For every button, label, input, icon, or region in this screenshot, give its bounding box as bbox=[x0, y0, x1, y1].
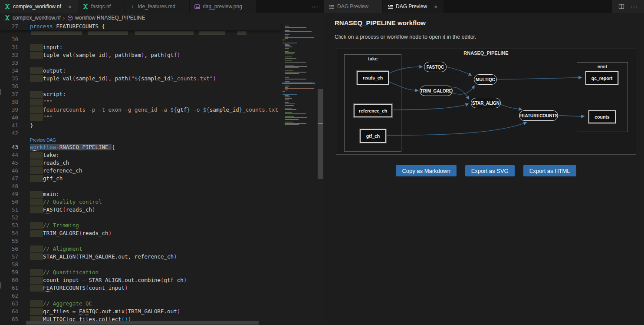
dag-node-TRIM_GALORE[interactable]: TRIM_GALORE bbox=[420, 86, 453, 96]
code-text: input: bbox=[30, 43, 62, 51]
nextflow-icon bbox=[82, 3, 89, 10]
export-as-svg-button[interactable]: Export as SVG bbox=[465, 165, 515, 176]
code-line[interactable]: 39 featureCounts -p -t exon -g gene_id -… bbox=[0, 106, 281, 114]
sticky-scroll-line[interactable]: 27process FEATURECOUNTS { bbox=[0, 23, 281, 30]
tab-label: DAG Preview bbox=[337, 3, 368, 10]
tab-label: ide_features.md bbox=[138, 3, 175, 10]
code-line[interactable]: 63 // Aggregate QC bbox=[0, 300, 281, 308]
codelens-preview-dag[interactable]: Preview DAG bbox=[0, 137, 281, 143]
copy-as-markdown-button[interactable]: Copy as Markdown bbox=[396, 165, 456, 176]
code-text: TRIM_GALORE(reads_ch) bbox=[30, 229, 112, 237]
dag-node-STAR_ALIGN[interactable]: STAR_ALIGN bbox=[471, 98, 501, 108]
line-number: 51 bbox=[0, 206, 18, 214]
tab-complex-workflow-nf[interactable]: complex_workflow.nf× bbox=[0, 0, 78, 13]
code-line[interactable]: 60 count_input = STAR_ALIGN.out.combine(… bbox=[0, 276, 281, 284]
breadcrumb[interactable]: complex_workflow.nf › workflow RNASEQ_PI… bbox=[0, 13, 324, 23]
code-line[interactable]: 36 bbox=[0, 83, 281, 90]
dag-diagram[interactable]: RNASEQ_PIPELINE takeemitreads_chreferenc… bbox=[336, 49, 636, 155]
code-line[interactable]: 56 // Alignment bbox=[0, 245, 281, 253]
editor-actions: ··· bbox=[612, 0, 644, 13]
code-line[interactable]: 47 gtf_ch bbox=[0, 175, 281, 182]
export-as-html-button[interactable]: Export as HTML bbox=[523, 165, 576, 176]
editor-tab-bar: complex_workflow.nf×fastqc.nf↓ide_featur… bbox=[0, 0, 324, 13]
code-line[interactable]: 30 bbox=[0, 36, 281, 43]
code-line[interactable]: 33 bbox=[0, 59, 281, 67]
line-number: 56 bbox=[0, 245, 18, 253]
tab-label: complex_workflow.nf bbox=[13, 3, 61, 10]
code-line[interactable]: 42 bbox=[0, 129, 281, 137]
line-number: 42 bbox=[0, 129, 18, 137]
dag-edge-STAR_ALIGN-to-FEATURECOUNTS bbox=[500, 104, 522, 109]
dag-node-counts[interactable]: counts bbox=[588, 110, 616, 123]
panel-title: RNASEQ_PIPELINE workflow bbox=[335, 19, 426, 27]
code-line[interactable]: 34 output: bbox=[0, 67, 281, 75]
more-actions-icon[interactable]: ··· bbox=[631, 3, 638, 10]
tab-ide-features-md[interactable]: ↓ide_features.md bbox=[125, 0, 190, 13]
code-line[interactable]: 54 TRIM_GALORE(reads_ch) bbox=[0, 229, 281, 237]
minimap[interactable] bbox=[281, 23, 317, 325]
vertical-scrollbar-thumb[interactable] bbox=[318, 89, 323, 179]
tab-label: dag_preview.png bbox=[203, 3, 242, 10]
dag-edge-TRIM_GALORE-to-MULTIQC bbox=[453, 86, 475, 94]
code-line[interactable]: 49 main: bbox=[0, 190, 281, 198]
gutter-decoration bbox=[0, 282, 1, 289]
split-editor-icon[interactable] bbox=[618, 3, 624, 10]
code-line[interactable]: 58 bbox=[0, 261, 281, 269]
code-line[interactable]: 61 FEATURECOUNTS(count_input) bbox=[0, 284, 281, 292]
tab-dag-preview[interactable]: DAG Preview× bbox=[383, 0, 444, 13]
dag-node-reference_ch[interactable]: reference_ch bbox=[354, 104, 392, 117]
tab-dag-preview-png[interactable]: dag_preview.png bbox=[190, 0, 256, 13]
tab-dag-preview[interactable]: DAG Preview bbox=[324, 0, 383, 13]
code-text: reference_ch bbox=[30, 167, 82, 175]
code-text: FASTQC(reads_ch) bbox=[30, 206, 95, 214]
code-line[interactable]: 35 tuple val(sample_id), path("${sample_… bbox=[0, 75, 281, 83]
close-icon[interactable]: × bbox=[66, 3, 73, 10]
line-number: 49 bbox=[0, 190, 18, 198]
code-line[interactable]: 59 // Quantification bbox=[0, 269, 281, 276]
code-line[interactable]: 51 FASTQC(reads_ch) bbox=[0, 206, 281, 214]
close-icon[interactable]: × bbox=[432, 3, 439, 10]
dag-node-FASTQC[interactable]: FASTQC bbox=[424, 62, 447, 72]
code-line[interactable]: 64 qc_files = FASTQC.out.mix(TRIM_GALORE… bbox=[0, 308, 281, 315]
dag-group-label: emit bbox=[577, 64, 628, 69]
dag-node-qc_report[interactable]: qc_report bbox=[585, 71, 618, 85]
code-line[interactable]: 50 // Quality control bbox=[0, 198, 281, 206]
code-line[interactable]: 53 // Trimming bbox=[0, 222, 281, 229]
code-line[interactable]: 32 tuple val(sample_id), path(bam), path… bbox=[0, 51, 281, 59]
code-line[interactable]: 48 bbox=[0, 182, 281, 190]
code-line[interactable]: 40 """ bbox=[0, 114, 281, 122]
breadcrumb-symbol[interactable]: workflow RNASEQ_PIPELINE bbox=[75, 15, 145, 21]
code-line[interactable]: 41} bbox=[0, 122, 281, 129]
code-text: process FEATURECOUNTS { bbox=[30, 23, 105, 30]
horizontal-scrollbar-thumb[interactable] bbox=[26, 321, 259, 325]
nextflow-icon bbox=[4, 15, 10, 21]
code-line[interactable]: 46 reference_ch bbox=[0, 167, 281, 175]
code-line[interactable]: 57 STAR_ALIGN(TRIM_GALORE.out, reference… bbox=[0, 253, 281, 261]
code-line[interactable]: 62 bbox=[0, 292, 281, 300]
line-number: 40 bbox=[0, 114, 18, 122]
dag-node-FEATURECOUNTS[interactable]: FEATURECOUNTS bbox=[519, 110, 558, 121]
code-line[interactable]: 38 """ bbox=[0, 98, 281, 106]
code-line[interactable]: 44 take: bbox=[0, 151, 281, 159]
cursor-position-marker bbox=[318, 123, 323, 124]
code-editor[interactable]: 27process FEATURECOUNTS { 3031 input:32 … bbox=[0, 23, 324, 325]
line-number: 55 bbox=[0, 237, 18, 245]
dag-edge-MULTIQC-to-qc_report bbox=[496, 77, 582, 79]
code-line[interactable]: 37 script: bbox=[0, 90, 281, 98]
code-line[interactable]: 43workflow·RNASEQ_PIPELINE·{ bbox=[0, 143, 281, 151]
tab-fastqc-nf[interactable]: fastqc.nf bbox=[78, 0, 125, 13]
line-number: 53 bbox=[0, 222, 18, 229]
code-line[interactable]: 31 input: bbox=[0, 43, 281, 51]
dag-node-reads_ch[interactable]: reads_ch bbox=[357, 71, 389, 85]
dag-node-MULTIQC[interactable]: MULTIQC bbox=[474, 74, 497, 85]
code-line[interactable]: 52 bbox=[0, 214, 281, 222]
code-line[interactable]: 55 bbox=[0, 237, 281, 245]
breadcrumb-file[interactable]: complex_workflow.nf bbox=[13, 15, 61, 21]
code-lines[interactable]: 3031 input:32 tuple val(sample_id), path… bbox=[0, 36, 281, 325]
code-line[interactable]: 45 reads_ch bbox=[0, 159, 281, 167]
dag-node-gtf_ch[interactable]: gtf_ch bbox=[360, 129, 386, 143]
code-text: main: bbox=[30, 190, 59, 198]
more-actions-icon[interactable]: ··· bbox=[306, 0, 324, 13]
code-text: // Alignment bbox=[30, 245, 82, 253]
code-text: tuple val(sample_id), path("${sample_id}… bbox=[30, 75, 216, 83]
